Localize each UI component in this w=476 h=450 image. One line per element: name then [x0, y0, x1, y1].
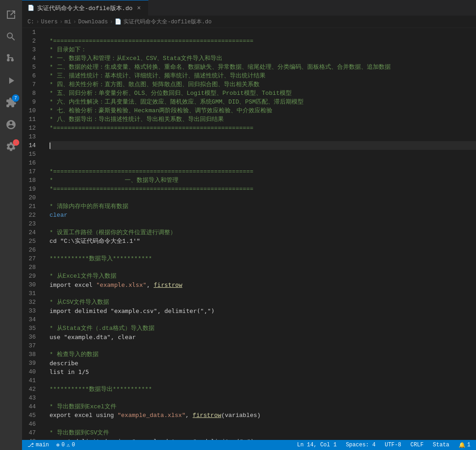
code-line	[50, 315, 476, 324]
status-spaces[interactable]: Spaces: 4	[344, 442, 377, 448]
code-line	[50, 220, 476, 228]
code-line: *=======================================…	[50, 37, 476, 45]
line-number: 27	[22, 254, 40, 263]
breadcrumb-file-icon: 📄	[115, 18, 122, 25]
line-number: 37	[22, 341, 40, 350]
status-language[interactable]: Stata	[431, 442, 451, 448]
code-line: * 二、数据的处理：生成变量、格式转换、重命名、数据缺失、异常数据、缩尾处理、分…	[50, 63, 476, 71]
code-line: list in 1/5	[50, 368, 476, 376]
line-number: 7	[22, 80, 40, 89]
code-line: ***********数据导入***********	[50, 254, 476, 263]
code-line: * 七、检验分析：豪斯曼检验、Heckman两阶段检验、调节效应检验、中介效应检…	[50, 106, 476, 115]
code-line: import delimited "example.csv", delimite…	[50, 307, 476, 315]
code-line: describe	[50, 359, 476, 368]
code-line: ***********数据导出***********	[50, 385, 476, 394]
code-line: * 从Excel文件导入数据	[50, 272, 476, 280]
line-number: 36	[22, 333, 40, 341]
activity-settings[interactable]: 1	[0, 136, 22, 158]
code-line: cd "C:\实证代码命令大全1.1'"	[50, 237, 476, 246]
line-number: 20	[22, 193, 40, 202]
line-number: 32	[22, 298, 40, 307]
code-line: export excel using "example_data.xlsx", …	[50, 411, 476, 420]
activity-accounts[interactable]	[0, 114, 22, 136]
error-count: 0	[61, 442, 65, 448]
line-number: 30	[22, 280, 40, 289]
breadcrumb-drive[interactable]: C:	[28, 19, 34, 25]
warning-count: 0	[72, 442, 75, 448]
settings-notification: 1	[13, 139, 19, 146]
status-errors[interactable]: ⊗ 0 ⚠ 0	[55, 442, 77, 449]
error-icon: ⊗	[56, 442, 60, 449]
code-line: * 八、数据导出：导出描述性统计、导出相关系数、导出回归结果	[50, 115, 476, 124]
status-notifications[interactable]: 🔔 1	[457, 442, 472, 449]
line-number: 34	[22, 315, 40, 324]
status-bar: ⎇ main ⊗ 0 ⚠ 0 Ln 14, Col 1 Spaces: 4 UT…	[22, 440, 476, 450]
activity-run[interactable]	[0, 70, 22, 92]
status-right: Ln 14, Col 1 Spaces: 4 UTF-8 CRLF Stata …	[295, 442, 472, 449]
line-number: 9	[22, 98, 40, 106]
line-number: 10	[22, 106, 40, 115]
line-number: 12	[22, 124, 40, 132]
branch-icon: ⎇	[28, 442, 34, 449]
code-line	[50, 263, 476, 272]
code-line: * 六、内生性解决：工具变量法、固定效应、随机效应、系统GMM、DID、PSM匹…	[50, 98, 476, 106]
tab-file-icon: 📄	[28, 5, 34, 11]
code-line: clear	[50, 211, 476, 220]
line-number: 39	[22, 359, 40, 368]
line-number: 44	[22, 402, 40, 411]
tab-bar: 📄 实证代码命令大全-dofile版本.do ×	[22, 0, 476, 16]
code-content[interactable]: *=======================================…	[45, 28, 476, 440]
activity-source-control[interactable]	[0, 48, 22, 70]
line-number: 23	[22, 220, 40, 228]
active-tab[interactable]: 📄 实证代码命令大全-dofile版本.do ×	[22, 0, 149, 16]
breadcrumb-sep-1: ›	[36, 19, 39, 25]
status-encoding[interactable]: UTF-8	[383, 442, 403, 448]
breadcrumb: C: › Users › mi › Downloads › 📄 实证代码命令大全…	[22, 16, 476, 28]
code-line: * 目录如下：	[50, 45, 476, 54]
status-crlf[interactable]: CRLF	[409, 442, 426, 448]
status-ln-col[interactable]: Ln 14, Col 1	[295, 442, 338, 448]
code-line: * 一、数据导入和管理	[50, 176, 476, 185]
extensions-badge: 7	[12, 94, 19, 102]
line-number: 43	[22, 394, 40, 402]
line-number: 25	[22, 237, 40, 246]
line-number: 46	[22, 420, 40, 428]
line-number: 28	[22, 263, 40, 272]
code-line: * 从Stata文件（.dta格式）导入数据	[50, 324, 476, 333]
code-line	[50, 420, 476, 428]
code-line: * 四、相关性分析：直方图、散点图、矩阵散点图、回归拟合图、导出相关系数	[50, 80, 476, 89]
tab-close-button[interactable]: ×	[135, 5, 143, 12]
activity-extensions[interactable]: 7	[0, 92, 22, 114]
code-line: use "example.dta", clear	[50, 333, 476, 341]
breadcrumb-downloads[interactable]: Downloads	[78, 19, 108, 25]
breadcrumb-file[interactable]: 实证代码命令大全-dofile版本.do	[123, 18, 211, 26]
line-numbers: 1234567891011121314151617181920212223242…	[22, 28, 45, 440]
code-line	[50, 159, 476, 167]
line-number: 5	[22, 63, 40, 71]
activity-search[interactable]	[0, 26, 22, 48]
status-branch[interactable]: ⎇ main	[26, 442, 51, 449]
line-number: 26	[22, 246, 40, 254]
tab-filename: 实证代码命令大全-dofile版本.do	[37, 4, 133, 12]
line-number: 47	[22, 428, 40, 437]
code-line: *=======================================…	[50, 185, 476, 193]
branch-name: main	[36, 442, 49, 448]
line-number: 19	[22, 185, 40, 193]
line-number: 6	[22, 71, 40, 80]
line-number: 17	[22, 167, 40, 176]
line-number: 8	[22, 89, 40, 98]
code-line	[50, 150, 476, 159]
line-number: 14	[22, 141, 40, 150]
line-number: 18	[22, 176, 40, 185]
code-line: * 检查导入的数据	[50, 350, 476, 359]
main-area: 📄 实证代码命令大全-dofile版本.do × C: › Users › mi…	[22, 0, 476, 450]
line-number: 35	[22, 324, 40, 333]
line-number: 24	[22, 228, 40, 237]
editor-area: 1234567891011121314151617181920212223242…	[22, 28, 476, 440]
activity-explorer[interactable]	[0, 4, 22, 26]
breadcrumb-users[interactable]: Users	[41, 19, 58, 25]
line-number: 2	[22, 37, 40, 45]
code-line: * 清除内存中的所有现有数据	[50, 202, 476, 211]
breadcrumb-user[interactable]: mi	[65, 19, 71, 25]
line-number: 3	[22, 45, 40, 54]
